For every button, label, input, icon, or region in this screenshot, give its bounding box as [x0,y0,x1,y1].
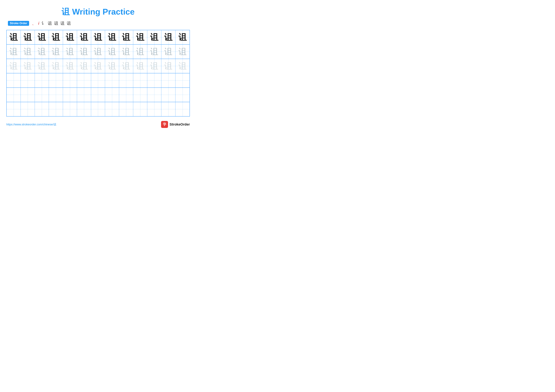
grid-cell: 诅 [7,59,21,73]
grid-cell[interactable] [63,88,77,102]
cell-char: 诅 [66,62,74,70]
grid-cell: 诅 [49,45,63,59]
grid-cell[interactable] [7,73,21,87]
grid-cell: 诅 [77,45,91,59]
grid-cell[interactable] [35,88,49,102]
grid-cell[interactable] [161,88,175,102]
grid-cell: 诅 [147,30,161,44]
grid-cell: 诅 [105,30,119,44]
grid-cell[interactable] [147,88,161,102]
grid-cell[interactable] [63,102,77,116]
stroke-step-2: i [38,21,39,26]
stroke-step-7: 诅 [67,21,71,26]
grid-row: 诅诅诅诅诅诅诅诅诅诅诅诅诅 [7,45,190,59]
grid-cell: 诅 [21,45,35,59]
cell-char: 诅 [24,33,32,41]
cell-char: 诅 [52,62,60,70]
grid-row [7,102,190,116]
cell-char: 诅 [24,62,32,70]
grid-cell: 诅 [175,59,190,73]
grid-cell: 诅 [49,30,63,44]
grid-cell[interactable] [133,73,147,87]
grid-cell[interactable] [21,102,35,116]
grid-cell[interactable] [119,102,133,116]
grid-cell[interactable] [63,73,77,87]
grid-cell[interactable] [91,73,105,87]
grid-cell[interactable] [7,102,21,116]
stroke-order-row: Stroke Order 、 i 讠 诅 诅 诅 诅 [6,21,190,26]
grid-cell: 诅 [147,59,161,73]
cell-char: 诅 [108,47,116,56]
grid-cell: 诅 [63,59,77,73]
grid-cell[interactable] [49,88,63,102]
cell-char: 诅 [38,62,46,70]
grid-cell[interactable] [119,88,133,102]
stroke-step-3: 讠 [41,21,45,26]
grid-cell: 诅 [175,30,190,44]
grid-cell[interactable] [49,73,63,87]
grid-cell[interactable] [175,102,190,116]
grid-cell[interactable] [7,88,21,102]
grid-cell[interactable] [91,88,105,102]
grid-cell: 诅 [77,59,91,73]
grid-cell[interactable] [147,73,161,87]
grid-cell: 诅 [119,30,133,44]
grid-cell[interactable] [175,88,190,102]
cell-char: 诅 [122,47,130,56]
grid-cell[interactable] [21,73,35,87]
grid-cell[interactable] [35,73,49,87]
grid-row [7,73,190,88]
grid-cell[interactable] [161,73,175,87]
grid-cell[interactable] [105,73,119,87]
cell-char: 诅 [150,62,158,70]
grid-cell: 诅 [49,59,63,73]
grid-cell[interactable] [77,102,91,116]
cell-char: 诅 [108,62,116,70]
brand-logo: 字 StrokeOrder [161,121,190,128]
website-link[interactable]: https://www.strokeorder.com/chinese/诅 [6,122,56,126]
grid-row: 诅诅诅诅诅诅诅诅诅诅诅诅诅 [7,30,190,45]
grid-row: 诅诅诅诅诅诅诅诅诅诅诅诅诅 [7,59,190,73]
brand-icon: 字 [161,121,168,128]
cell-char: 诅 [24,47,32,56]
grid-cell[interactable] [21,88,35,102]
grid-cell[interactable] [133,88,147,102]
stroke-order-badge: Stroke Order [8,21,29,26]
grid-cell[interactable] [77,73,91,87]
grid-cell[interactable] [105,88,119,102]
grid-cell: 诅 [133,45,147,59]
grid-cell: 诅 [161,30,175,44]
grid-cell[interactable] [77,88,91,102]
practice-grid: 诅诅诅诅诅诅诅诅诅诅诅诅诅诅诅诅诅诅诅诅诅诅诅诅诅诅诅诅诅诅诅诅诅诅诅诅诅诅诅 [6,30,190,117]
grid-cell[interactable] [91,102,105,116]
grid-cell[interactable] [175,73,190,87]
stroke-step-5: 诅 [54,21,58,26]
grid-cell[interactable] [35,102,49,116]
grid-cell: 诅 [147,45,161,59]
cell-char: 诅 [52,47,60,56]
cell-char: 诅 [9,62,18,70]
grid-cell[interactable] [105,102,119,116]
cell-char: 诅 [150,47,158,56]
grid-cell: 诅 [91,30,105,44]
grid-cell[interactable] [133,102,147,116]
grid-cell: 诅 [161,45,175,59]
grid-cell[interactable] [161,102,175,116]
cell-char: 诅 [164,47,172,56]
grid-cell: 诅 [105,45,119,59]
cell-char: 诅 [164,62,172,70]
grid-cell[interactable] [49,102,63,116]
grid-cell: 诅 [91,45,105,59]
grid-cell: 诅 [161,59,175,73]
grid-cell: 诅 [119,59,133,73]
page-title: 诅 Writing Practice [6,6,190,17]
grid-cell[interactable] [147,102,161,116]
cell-char: 诅 [136,47,144,56]
cell-char: 诅 [178,33,187,41]
cell-char: 诅 [38,33,46,41]
stroke-step-4: 诅 [48,21,52,26]
grid-cell[interactable] [119,73,133,87]
grid-cell: 诅 [21,59,35,73]
cell-char: 诅 [94,47,102,56]
cell-char: 诅 [80,33,88,41]
